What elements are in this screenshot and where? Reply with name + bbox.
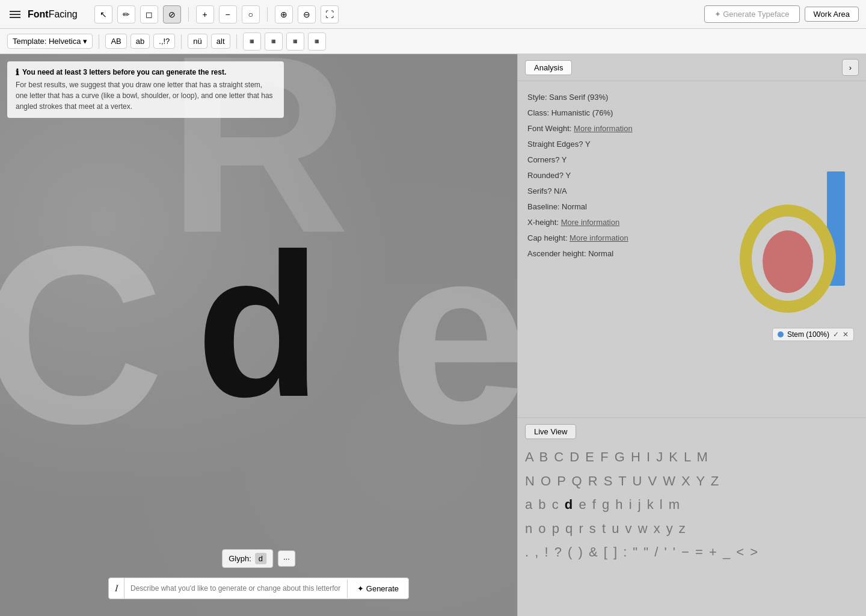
- tool-separator: [188, 7, 189, 22]
- capheight-more-link[interactable]: More information: [570, 233, 628, 242]
- alphabet-display: A B C D E F G H I J K L M N O P Q R S T …: [525, 445, 859, 564]
- topbar: FontFacing ↖ ✏ ◻ ⊘ + − ○ ⊕ ⊖ ⛶ ✦ Generat…: [0, 0, 866, 29]
- alt-btn[interactable]: alt: [211, 34, 230, 49]
- lowercase-row2: n o p q r s t u v w x y z: [525, 517, 859, 541]
- glyph-more-button[interactable]: ···: [278, 550, 295, 567]
- info-title: ℹ You need at least 3 letters before you…: [16, 67, 275, 77]
- right-panel: Analysis › Style: Sans Serif (93%) Class…: [517, 54, 866, 616]
- glyph-label: Glyph: d: [222, 549, 273, 568]
- uppercase-row1: A B C D E F G H I J K L M: [525, 445, 859, 469]
- grid4-btn[interactable]: ▦: [308, 32, 326, 51]
- grid3-btn[interactable]: ▦: [286, 32, 304, 51]
- tb2-sep2: [181, 34, 182, 49]
- select-tool[interactable]: ↖: [94, 5, 112, 23]
- stem-x[interactable]: ✕: [843, 330, 849, 339]
- menu-icon[interactable]: [7, 8, 23, 20]
- stem-badge: Stem (100%) ✓ ✕: [772, 328, 854, 341]
- generate-button[interactable]: ✦ Generate: [347, 579, 408, 598]
- info-icon: ℹ: [16, 67, 19, 77]
- draw-tool[interactable]: ✏: [117, 5, 135, 23]
- path-tool[interactable]: ○: [242, 5, 260, 23]
- tb2-sep3: [236, 34, 237, 49]
- tb2-separator: [99, 34, 99, 49]
- zoom-in-tool[interactable]: ⊕: [275, 5, 293, 23]
- xheight-more-link[interactable]: More information: [561, 218, 620, 227]
- nu-btn[interactable]: nü: [188, 34, 207, 49]
- symbols-case-btn[interactable]: .,!?: [153, 34, 175, 49]
- panel-header: Analysis ›: [518, 54, 866, 81]
- tool-separator-2: [267, 7, 268, 22]
- highlight-d: d: [565, 497, 574, 512]
- stem-dot: [778, 331, 784, 337]
- bg-letter-e: e: [388, 209, 517, 461]
- prop-style: Style: Sans Serif (93%): [527, 90, 856, 105]
- grid2-btn[interactable]: ▦: [265, 32, 283, 51]
- generate-bar: 𝐼 ✦ Generate: [108, 578, 409, 599]
- add-point-tool[interactable]: +: [196, 5, 214, 23]
- grid1-btn[interactable]: ▦: [243, 32, 261, 51]
- lowercase-row1: a b c d e f g h i j k l m: [525, 493, 859, 517]
- work-area-button[interactable]: Work Area: [805, 7, 859, 22]
- generate-typeface-button[interactable]: ✦ Generate Typeface: [704, 5, 800, 23]
- template-select[interactable]: Template: Helvetica ▾: [7, 34, 93, 49]
- stem-check[interactable]: ✓: [833, 330, 839, 339]
- prop-straight: Straight Edges? Y: [527, 137, 856, 152]
- anchor-tool[interactable]: ⊘: [163, 5, 181, 23]
- prop-weight: Font Weight: More information: [527, 121, 856, 137]
- info-panel: ℹ You need at least 3 letters before you…: [7, 61, 284, 118]
- diagram-area: [734, 165, 854, 324]
- toolbar2: Template: Helvetica ▾ AB ab .,!? nü alt …: [0, 29, 866, 54]
- main-glyph-display: d: [196, 223, 321, 427]
- fit-tool[interactable]: ⛶: [321, 5, 339, 23]
- bg-letter-c: C: [0, 209, 164, 461]
- canvas-area[interactable]: R C e ℹ You need at least 3 letters befo…: [0, 54, 517, 616]
- live-section: Live View A B C D E F G H I J K L M N O …: [518, 417, 866, 616]
- lowercase-case-btn[interactable]: ab: [131, 34, 150, 49]
- glyph-char: d: [255, 553, 266, 564]
- symbols-row: . , ! ? ( ) & [ ] : " " / ' ' − = + _ < …: [525, 540, 859, 564]
- prop-class: Class: Humanistic (76%): [527, 105, 856, 121]
- uppercase-case-btn[interactable]: AB: [105, 34, 126, 49]
- live-view-tab[interactable]: Live View: [525, 424, 576, 439]
- panel-next-button[interactable]: ›: [842, 59, 859, 76]
- info-description: For best results, we suggest that you dr…: [16, 79, 275, 112]
- remove-point-tool[interactable]: −: [219, 5, 237, 23]
- cursor-icon: 𝐼: [109, 578, 124, 599]
- weight-more-link[interactable]: More information: [574, 124, 633, 133]
- background-letters: R C e: [0, 54, 517, 616]
- zoom-out-tool[interactable]: ⊖: [298, 5, 316, 23]
- uppercase-row2: N O P Q R S T U V W X Y Z: [525, 469, 859, 493]
- erase-tool[interactable]: ◻: [140, 5, 158, 23]
- generate-input[interactable]: [124, 579, 347, 597]
- chevron-down-icon: ▾: [83, 37, 87, 46]
- brand: FontFacing: [28, 9, 78, 20]
- analysis-section: Style: Sans Serif (93%) Class: Humanisti…: [518, 81, 866, 417]
- analysis-tab[interactable]: Analysis: [525, 60, 572, 75]
- glyph-bar: Glyph: d ···: [222, 549, 295, 568]
- svg-point-2: [763, 230, 813, 293]
- main-content: R C e ℹ You need at least 3 letters befo…: [0, 54, 866, 616]
